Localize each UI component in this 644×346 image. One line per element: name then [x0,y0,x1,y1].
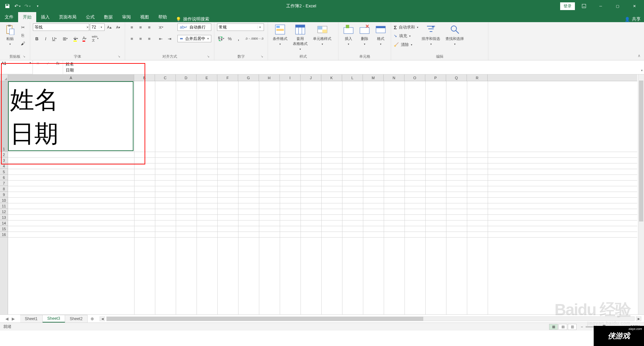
find-select-button[interactable]: 查找和选择▾ [443,23,466,46]
increase-decimal-icon[interactable]: .0→.00 [246,35,254,42]
name-box[interactable]: ▾ [0,60,33,74]
tab-文件[interactable]: 文件 [0,12,18,22]
decrease-indent-icon[interactable]: ⇤ [157,35,165,42]
tab-开始[interactable]: 开始 [18,12,36,22]
select-all-button[interactable] [0,75,8,81]
row-header[interactable]: 15 [0,226,8,232]
row-header[interactable]: 16 [0,232,8,237]
share-button[interactable]: 👤 共享 [625,16,641,22]
font-color-icon[interactable]: A ▾ [80,35,89,42]
new-sheet-button[interactable]: ⊕ [88,316,97,321]
minimize-icon[interactable]: ─ [593,1,608,11]
tab-页面布局[interactable]: 页面布局 [54,12,81,22]
merge-center-button[interactable]: ⬌合并后居中▾ [177,35,211,42]
enter-formula-icon[interactable]: ✓ [43,61,53,66]
undo-icon[interactable]: ↶ ▾ [13,1,22,11]
horizontal-scrollbar[interactable] [106,316,635,321]
number-format-combo[interactable]: ▾ [217,23,264,31]
dialog-launcher-icon[interactable]: ↘ [22,54,26,59]
fill-color-icon[interactable]: ⬙ ▾ [72,35,80,42]
page-layout-view-icon[interactable]: ▤ [558,324,567,330]
redo-icon[interactable]: ↷ ▾ [23,1,32,11]
column-header[interactable]: M [363,75,384,81]
tab-公式[interactable]: 公式 [81,12,99,22]
sheet-tab[interactable]: Sheet3 [43,315,65,323]
delete-cells-button[interactable]: 删除▾ [357,23,372,46]
expand-formula-bar-icon[interactable]: ▾ [641,67,643,73]
copy-icon[interactable]: ⎘ [19,32,27,39]
underline-icon[interactable]: U ▾ [50,35,58,42]
column-header[interactable]: D [176,75,197,81]
column-header[interactable]: Q [446,75,467,81]
sheet-nav-next-icon[interactable]: ▶ [12,316,15,321]
orientation-icon[interactable]: ⤭ ▾ [157,23,165,31]
sort-filter-button[interactable]: 排序和筛选▾ [420,23,442,46]
row-header[interactable]: 8 [0,186,8,192]
comma-format-icon[interactable]: , [234,35,243,42]
dialog-launcher-icon[interactable]: ↘ [206,54,211,59]
tab-插入[interactable]: 插入 [36,12,54,22]
normal-view-icon[interactable]: ▦ [549,324,558,330]
column-header[interactable]: J [301,75,321,81]
phonetic-icon[interactable]: wén文 ▾ [91,35,99,42]
row-header[interactable]: 12 [0,209,8,214]
maximize-icon[interactable]: ▢ [610,1,625,11]
cell-styles-button[interactable]: 单元格样式▾ [311,23,333,46]
zoom-out-icon[interactable]: − [581,325,583,329]
tab-视图[interactable]: 视图 [136,12,154,22]
cell-a1[interactable]: 姓名 日期 [8,81,133,151]
column-header[interactable]: K [321,75,342,81]
sheet-tab[interactable]: Sheet2 [65,315,88,323]
collapse-ribbon-icon[interactable]: ∧ [638,53,641,58]
align-center-icon[interactable]: ≡ [137,35,145,42]
row-header[interactable]: 9 [0,192,8,197]
tab-数据[interactable]: 数据 [99,12,117,22]
increase-font-icon[interactable]: A▴ [105,23,113,31]
column-header[interactable]: G [238,75,259,81]
column-header[interactable]: N [384,75,405,81]
decrease-decimal-icon[interactable]: .00→.0 [255,35,263,42]
row-header[interactable]: 14 [0,220,8,226]
tab-帮助[interactable]: 帮助 [154,12,172,22]
row-header[interactable]: 1 [0,81,8,152]
hscroll-left-icon[interactable]: ◀ [100,316,105,321]
row-header[interactable]: 5 [0,169,8,175]
column-header[interactable]: A [8,75,134,81]
font-size-combo[interactable]: ▾ [90,23,105,31]
format-cells-button[interactable]: 格式▾ [373,23,388,46]
row-header[interactable]: 4 [0,163,8,169]
close-icon[interactable]: ✕ [627,1,642,11]
align-bottom-icon[interactable]: ≡ [145,23,153,31]
row-header[interactable]: 13 [0,214,8,220]
dialog-launcher-icon[interactable]: ↘ [117,54,121,59]
format-as-table-button[interactable]: 套用 表格格式▾ [291,23,310,51]
accounting-format-icon[interactable]: 💱▾ [217,35,225,42]
tell-me-search[interactable]: 💡 操作说明搜索 [172,16,213,22]
conditional-format-button[interactable]: 条件格式▾ [271,23,289,46]
hscroll-right-icon[interactable]: ▶ [636,316,641,321]
format-painter-icon[interactable]: 🖌 [19,40,27,47]
insert-cells-button[interactable]: 插入▾ [341,23,356,46]
fill-button[interactable]: ➘填充 ▾ [394,32,418,40]
ribbon-options-icon[interactable] [576,1,592,11]
tab-审阅[interactable]: 审阅 [117,12,136,22]
column-header[interactable]: E [197,75,217,81]
align-right-icon[interactable]: ≡ [145,35,153,42]
column-header[interactable]: B [134,75,155,81]
column-header[interactable]: O [405,75,425,81]
qat-customize-icon[interactable]: ▾ [33,1,42,11]
wrap-text-button[interactable]: ab↵自动换行 [177,23,211,31]
decrease-font-icon[interactable]: A▾ [114,23,122,31]
column-header[interactable]: R [467,75,488,81]
dialog-launcher-icon[interactable]: ↘ [260,54,264,59]
sheet-tab[interactable]: Sheet1 [20,315,43,323]
cut-icon[interactable]: ✂ [19,23,27,31]
column-header[interactable]: P [425,75,446,81]
align-top-icon[interactable]: ≡ [128,23,136,31]
row-header[interactable]: 2 [0,152,8,157]
bold-icon[interactable]: B [33,35,41,42]
font-name-combo[interactable]: ▾ [33,23,89,31]
row-header[interactable]: 6 [0,175,8,180]
save-icon[interactable] [3,1,12,11]
column-header[interactable]: I [280,75,301,81]
